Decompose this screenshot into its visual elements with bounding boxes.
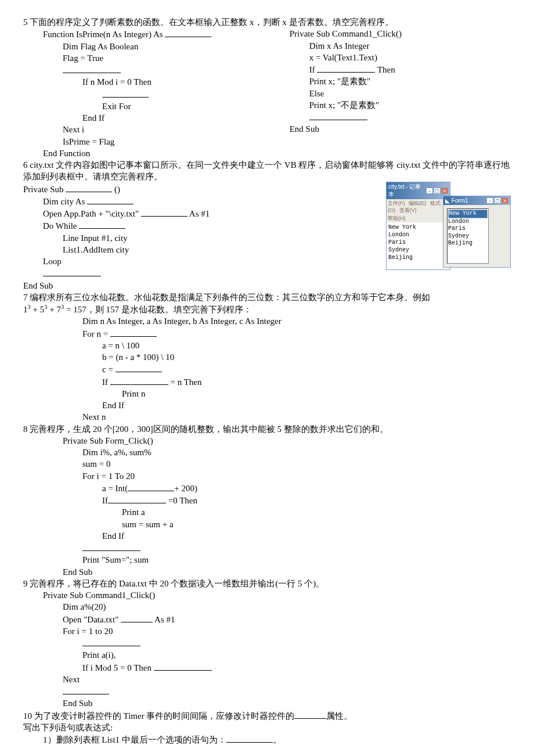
question-10-prompt: 10 为了改变计时器控件的 Timer 事件的时间间隔，应修改计时器控件的属性。 xyxy=(23,710,511,722)
blank xyxy=(154,661,212,671)
code-line: Dim Flag As Boolean xyxy=(23,41,284,52)
code-line: Else xyxy=(290,88,511,99)
code-line: Flag = True xyxy=(23,52,284,64)
list-item: London xyxy=(448,218,488,226)
blank xyxy=(309,111,367,120)
code-line: End Function xyxy=(23,147,284,159)
city-line: Beijing xyxy=(388,254,448,261)
question-6-prompt: 6 city.txt 文件内容如图中记事本窗口所示。在同一文件夹中建立一个 VB… xyxy=(23,159,511,183)
maximize-icon: □ xyxy=(494,197,501,204)
code-line: Next n xyxy=(23,411,511,423)
code-line: Then xyxy=(375,65,395,74)
city-line: Sydney xyxy=(388,246,448,254)
code-line: If xyxy=(102,377,110,387)
code-line: Dim city As xyxy=(43,197,87,206)
blank xyxy=(317,63,375,73)
blank xyxy=(102,88,149,98)
screenshot-windows: city.txt - 记事本 - □ × 文件(F) 编辑(E) 格式(O) 查… xyxy=(386,182,511,275)
code-line: Private Sub xyxy=(23,185,66,194)
list-item: New York xyxy=(448,210,488,218)
code-line: End Sub xyxy=(290,123,511,135)
question-9-code: Private Sub Command1_Click() Dim a%(20) … xyxy=(23,589,511,710)
listbox: New York London Paris Sydney Beijing xyxy=(447,208,489,264)
menu-view: 查看(V) xyxy=(399,207,417,213)
form-titlebar: ◣ Form1 - □ × xyxy=(443,196,510,206)
blank xyxy=(226,733,273,743)
code-line: Dim i%, a%, sum% xyxy=(23,447,511,458)
code-line: Private Sub Form_Click() xyxy=(23,435,511,447)
minimize-icon: - xyxy=(426,188,433,194)
code-line: x = Val(Text1.Text) xyxy=(290,52,511,63)
code-line: a = n \ 100 xyxy=(23,340,511,351)
code-line: End If xyxy=(23,530,511,542)
menu-help: 帮助(H) xyxy=(388,215,406,221)
blank xyxy=(121,613,153,622)
code-line: End If xyxy=(23,112,284,124)
question-8-code: Private Sub Form_Click() Dim i%, a%, sum… xyxy=(23,435,511,578)
code-line: Print a(i), xyxy=(23,649,511,661)
close-icon: × xyxy=(501,197,508,204)
code-line: If i Mod 5 = 0 Then xyxy=(82,663,154,672)
code-line: Dim n As Integer, a As Integer, b As Int… xyxy=(23,315,511,327)
code-line: If n Mod i = 0 Then xyxy=(23,76,284,88)
code-line: If xyxy=(102,496,108,505)
blank xyxy=(66,183,112,192)
code-line: =0 Then xyxy=(166,496,197,505)
code-line: Open App.Path + "\city.txt" xyxy=(43,209,141,218)
maximize-icon: □ xyxy=(434,188,441,194)
code-line: Exit For xyxy=(23,100,284,112)
formula: 13 + 53 + 73 = 157 xyxy=(23,305,86,314)
list-item: Sydney xyxy=(448,233,488,240)
notepad-titlebar: city.txt - 记事本 - □ × xyxy=(387,182,450,199)
blank xyxy=(63,64,121,73)
form-title-text: Form1 xyxy=(452,197,468,204)
list-item: Paris xyxy=(448,225,488,233)
close-icon: × xyxy=(441,188,448,194)
menu-edit: 编辑(E) xyxy=(409,200,426,206)
code-line: a = Int( xyxy=(102,484,128,493)
code-line: sum = 0 xyxy=(23,458,511,470)
blank xyxy=(110,327,157,337)
code-line: End Sub xyxy=(23,566,511,578)
code-line: Next i xyxy=(23,124,284,135)
code-line: b = (n - a * 100) \ 10 xyxy=(23,351,511,363)
window-buttons: - □ × xyxy=(486,197,508,204)
code-line: If xyxy=(309,65,317,74)
blank xyxy=(141,207,187,217)
code-line: End If xyxy=(23,399,511,411)
blank xyxy=(294,710,326,719)
code-line: Print a xyxy=(23,506,511,518)
code-line: Private Sub Command1_Click() xyxy=(290,28,511,39)
blank xyxy=(43,267,101,276)
code-line: () xyxy=(112,185,120,194)
code-line: sum = sum + a xyxy=(23,519,511,530)
vb-form-window: ◣ Form1 - □ × New York London Paris Sydn… xyxy=(443,196,511,268)
blank xyxy=(87,195,134,204)
code-line: Open "Data.txt" xyxy=(63,615,121,624)
question-7-code: Dim n As Integer, a As Integer, b As Int… xyxy=(23,315,511,423)
city-line: London xyxy=(388,231,448,239)
code-line: Dim x As Integer xyxy=(290,40,511,52)
code-line: For i = 1 To 20 xyxy=(23,470,511,482)
city-line: New York xyxy=(388,224,448,231)
code-line: IsPrime = Flag xyxy=(23,136,284,147)
blank xyxy=(116,363,162,372)
blank xyxy=(82,542,140,551)
question-5-prompt: 5 下面的程序定义了判断素数的函数。在文本框输入正整数 x，判断 x 是否素数。… xyxy=(23,16,511,28)
code-line: For n = xyxy=(82,329,110,339)
code-line: For i = 1 to 20 xyxy=(23,625,511,637)
question-9-prompt: 9 完善程序，将已存在的 Data.txt 中 20 个数据读入一维数组并输出(… xyxy=(23,578,511,589)
code-line: Private Sub Command1_Click() xyxy=(23,589,511,601)
window-buttons: - □ × xyxy=(426,188,448,194)
code-line: + 200) xyxy=(174,484,197,493)
code-line: Print x; "不是素数" xyxy=(290,99,511,111)
question-10-sub: 写出下列语句或表达式: xyxy=(23,722,511,733)
menu-file: 文件(F) xyxy=(388,200,405,206)
minimize-icon: - xyxy=(486,197,493,204)
code-line: c = xyxy=(102,365,116,374)
code-line: Print n xyxy=(23,388,511,399)
code-line: End Sub xyxy=(23,280,511,291)
question-10-item1: 1）删除列表框 List1 中最后一个选项的语句为：。 xyxy=(23,733,511,746)
blank xyxy=(128,482,174,491)
code-line: As #1 xyxy=(187,209,210,218)
